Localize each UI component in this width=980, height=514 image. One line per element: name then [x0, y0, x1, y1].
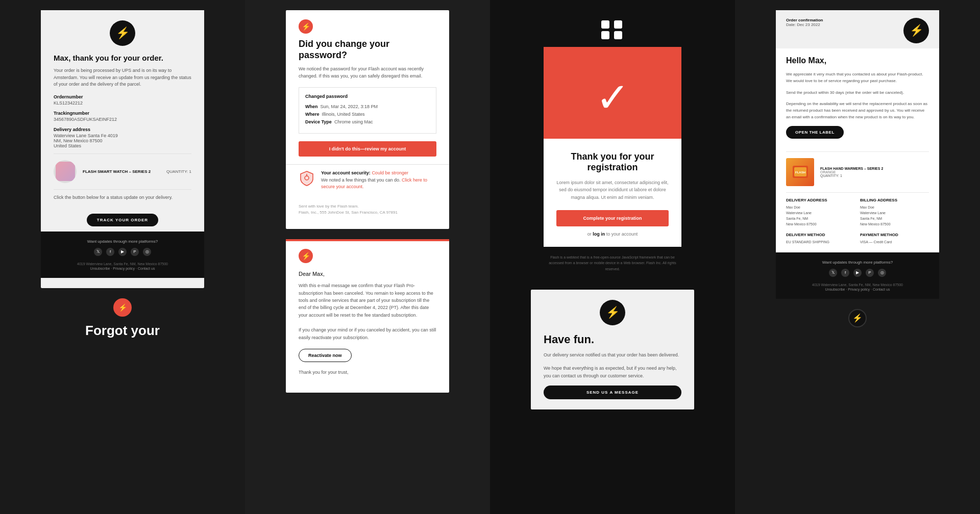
order-confirmation-label: Order confirmation	[786, 18, 823, 22]
delivery-address-block: DELIVERY ADDRESS Max DoeWaterview LaneSa…	[786, 198, 855, 227]
payment-method-text: VISA — Credit Card	[860, 239, 929, 245]
delivery-value: Waterview Lane Santa Fe 4019NM, New Mexi…	[54, 133, 191, 148]
product-thumb-4: FLASH	[786, 158, 814, 186]
instagram-icon[interactable]: ◎	[143, 248, 151, 256]
card3b-header: ⚡	[531, 290, 694, 333]
footer-updates-4: Want updates through more platforms?	[783, 260, 932, 265]
apps-header	[531, 10, 694, 39]
twitter-icon-4[interactable]: 𝕏	[829, 269, 837, 277]
flash-icon-4: ⚡	[910, 24, 923, 37]
card4-footer: Want updates through more platforms? 𝕏 f…	[776, 252, 939, 299]
password-subtitle: We noticed the password for your Flash a…	[286, 66, 449, 80]
card1-body: Max, thank you for your order. Your orde…	[41, 54, 204, 208]
column-1: ⚡ Max, thank you for your order. Your or…	[0, 0, 245, 514]
flash-icon: ⚡	[116, 27, 130, 40]
password-title: Did you change your password?	[299, 39, 436, 61]
forgot-logo: ⚡	[113, 298, 132, 317]
sent-text: Sent with love by the Flash team. Flash,…	[286, 196, 449, 219]
facebook-icon[interactable]: f	[106, 248, 114, 256]
product-section-4: FLASH FLASH HAND WARMERS – SERIES 2 ORAN…	[786, 158, 929, 186]
billing-address-block: BILLING ADDRESS Max DoeWaterview LaneSan…	[860, 198, 929, 227]
social-icons: 𝕏 f ▶ P ◎	[48, 248, 197, 256]
svg-text:FLASH: FLASH	[795, 171, 805, 174]
payment-method-block: PAYMENT METHOD VISA — Credit Card	[860, 233, 929, 245]
reactivate-text: If you change your mind or if you cancel…	[299, 326, 436, 341]
cancellation-text: With this e-mail message we confirm that…	[299, 282, 436, 319]
col4-bottom: ⚡	[848, 309, 867, 331]
track-order-button[interactable]: TRACK YOUR ORDER	[87, 214, 158, 226]
where-value: Illinois, United States	[322, 112, 365, 117]
order-date: Date: Dec 23 2022	[786, 22, 823, 27]
card2b-body: Dear Max, With this e-mail message we co…	[286, 268, 449, 382]
footer-text: Flash is a webtext that is a free-open-s…	[544, 254, 681, 272]
para3: Depending on the availability we will se…	[786, 101, 929, 120]
registration-card-dark: ✓ Thank you for your registration Lorem …	[531, 10, 694, 279]
lorem-text: Lorem ipsum dolor sit amet, consectetur …	[556, 179, 669, 201]
product-name-4: FLASH HAND WARMERS – SERIES 2	[820, 167, 929, 170]
thanks-text: Thank you for your trust,	[299, 370, 436, 375]
device-value: Chrome using Mac	[334, 119, 373, 124]
order-confirmation-card-4: Order confirmation Date: Dec 23 2022 ⚡ H…	[776, 10, 939, 299]
review-account-button[interactable]: I didn't do this—review my account	[299, 141, 436, 157]
security-text: Your account security: Could be stronger…	[321, 170, 436, 191]
delivery-label: Delivery address	[54, 127, 191, 132]
card4-body: Hello Max, We appreciate it very much th…	[776, 48, 939, 252]
send-message-button[interactable]: SEND US A MESSAGE	[544, 386, 681, 399]
footer-address-4: 4019 Waterview Lane, Santa Fe, NM, New M…	[783, 282, 932, 288]
app-dot-1	[601, 20, 609, 29]
watch-face	[56, 162, 75, 181]
address-grid: DELIVERY ADDRESS Max DoeWaterview LaneSa…	[786, 198, 929, 245]
delivery-address-text: Max DoeWaterview LaneSanta Fe, NMNew Mex…	[786, 204, 855, 227]
tracking-value: 34567890ASDFUKSAEINF212	[54, 117, 191, 122]
complete-registration-button[interactable]: Complete your registration	[556, 210, 669, 226]
column-4: Order confirmation Date: Dec 23 2022 ⚡ H…	[735, 0, 980, 514]
where-row: Where Illinois, United States	[305, 112, 430, 117]
delivery-text-2: We hope that everything is as expected, …	[544, 365, 681, 379]
product-row: FLASH SMART WATCH – SERIES 2 QUANTITY: 1	[54, 160, 191, 183]
flash-badge-icon: ⚡	[302, 22, 310, 31]
divider	[54, 153, 191, 154]
facebook-icon-4[interactable]: f	[841, 269, 849, 277]
flash-badge-icon-2: ⚡	[302, 252, 310, 260]
or-text: or	[587, 232, 592, 237]
login-link[interactable]: log in	[593, 232, 605, 237]
tracking-label: Trackingnumber	[54, 111, 191, 116]
card3-footer: Flash is a webtext that is a free-open-s…	[531, 247, 694, 279]
checkmark-icon: ✓	[596, 78, 630, 118]
have-fun-body: Have fun. Our delivery service notified …	[531, 333, 694, 399]
app-dot-3	[601, 31, 609, 39]
product-image	[54, 160, 77, 183]
password-change-card: ⚡ Did you change your password? We notic…	[286, 10, 449, 229]
product-qty: QUANTITY: 1	[166, 169, 191, 174]
footer-links: Unsubscribe · Privacy policy · Contact u…	[48, 267, 197, 270]
where-label: Where	[305, 112, 320, 117]
app-dot-2	[614, 20, 622, 29]
open-label-button[interactable]: OPEN THE LABEL	[786, 126, 844, 139]
or-login-text: or log in to your account	[556, 232, 669, 237]
when-value: Sun, Mar 24, 2022, 3:18 PM	[321, 104, 378, 109]
product-qty-4: QUANTITY: 1	[820, 174, 929, 177]
para1: We appreciate it very much that you cont…	[786, 71, 929, 85]
footer-links-4: Unsubscribe · Privacy policy · Contact u…	[783, 288, 932, 291]
youtube-icon[interactable]: ▶	[118, 248, 127, 256]
instagram-icon-4[interactable]: ◎	[878, 269, 886, 277]
info-box: Changed password When Sun, Mar 24, 2022,…	[299, 87, 436, 134]
reactivate-button[interactable]: Reactivate now	[299, 349, 352, 362]
delivery-method-title: DELIVERY METHOD	[786, 233, 855, 237]
pinterest-icon-4[interactable]: P	[866, 269, 874, 277]
click-text: Click the button below for a status upda…	[54, 195, 191, 200]
pinterest-icon[interactable]: P	[131, 248, 139, 256]
order-number-label: Ordernumber	[54, 94, 191, 99]
youtube-icon-4[interactable]: ▶	[853, 269, 862, 277]
product-variant-4: ORANGE	[820, 170, 929, 174]
device-label: Device Type	[305, 119, 332, 124]
twitter-icon[interactable]: 𝕏	[94, 248, 102, 256]
order-body-text: Your order is being processed by UPS and…	[54, 67, 191, 88]
section-divider-2	[786, 192, 929, 193]
delivery-method-block: DELIVERY METHOD EU STANDARD SHIPPING	[786, 233, 855, 245]
card1-footer: Want updates through more platforms? 𝕏 f…	[41, 232, 204, 278]
card1-header: ⚡	[41, 10, 204, 54]
flash-badge: ⚡	[299, 19, 313, 34]
have-fun-card: ⚡ Have fun. Our delivery service notifie…	[531, 290, 694, 409]
delivery-text-1: Our delivery service notified us that yo…	[544, 351, 681, 358]
